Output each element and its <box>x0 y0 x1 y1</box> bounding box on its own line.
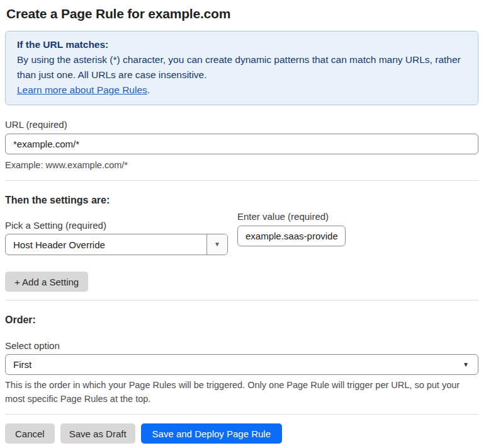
save-as-draft-button[interactable]: Save as Draft <box>60 423 135 444</box>
page-title: Create a Page Rule for example.com <box>6 6 478 22</box>
link-period: . <box>147 84 150 95</box>
order-helper-text: This is the order in which your Page Rul… <box>5 378 468 406</box>
enter-value-column: Enter value (required) <box>237 211 346 255</box>
divider <box>5 414 478 415</box>
save-and-deploy-button[interactable]: Save and Deploy Page Rule <box>141 423 282 444</box>
cancel-button[interactable]: Cancel <box>5 423 55 444</box>
form-actions: Cancel Save as Draft Save and Deploy Pag… <box>5 423 478 444</box>
learn-more-page-rules-link[interactable]: Learn more about Page Rules <box>17 84 147 95</box>
pick-setting-selected-value: Host Header Override <box>6 239 206 250</box>
enter-value-label: Enter value (required) <box>237 211 346 222</box>
url-label: URL (required) <box>5 119 478 130</box>
caret-down-icon: ▼ <box>463 362 469 368</box>
info-box-link-line: Learn more about Page Rules. <box>17 83 466 98</box>
pick-setting-column: Pick a Setting (required) Host Header Ov… <box>5 206 228 255</box>
settings-section-heading: Then the settings are: <box>5 195 478 206</box>
order-section-heading: Order: <box>5 314 478 326</box>
divider <box>5 300 478 301</box>
create-page-rule-form: Create a Page Rule for example.com If th… <box>0 6 486 444</box>
url-example-helper: Example: www.example.com/* <box>5 158 478 172</box>
pick-setting-label: Pick a Setting (required) <box>5 220 228 231</box>
setting-value-input[interactable] <box>237 226 346 246</box>
divider <box>5 180 478 181</box>
order-selected-value: First <box>6 359 463 370</box>
settings-row: Pick a Setting (required) Host Header Ov… <box>5 206 478 255</box>
add-setting-button[interactable]: + Add a Setting <box>5 272 88 292</box>
info-box-body: By using the asterisk (*) character, you… <box>17 52 465 83</box>
pick-setting-dropdown-button[interactable]: ▼ <box>206 234 227 255</box>
pick-setting-select[interactable]: Host Header Override ▼ <box>5 234 228 255</box>
url-matches-info-box: If the URL matches: By using the asteris… <box>5 31 478 105</box>
order-select[interactable]: First ▼ <box>5 354 478 375</box>
info-box-heading: If the URL matches: <box>17 37 466 52</box>
order-select-label: Select option <box>5 340 478 351</box>
url-input[interactable] <box>5 134 478 154</box>
caret-down-icon: ▼ <box>214 241 220 248</box>
